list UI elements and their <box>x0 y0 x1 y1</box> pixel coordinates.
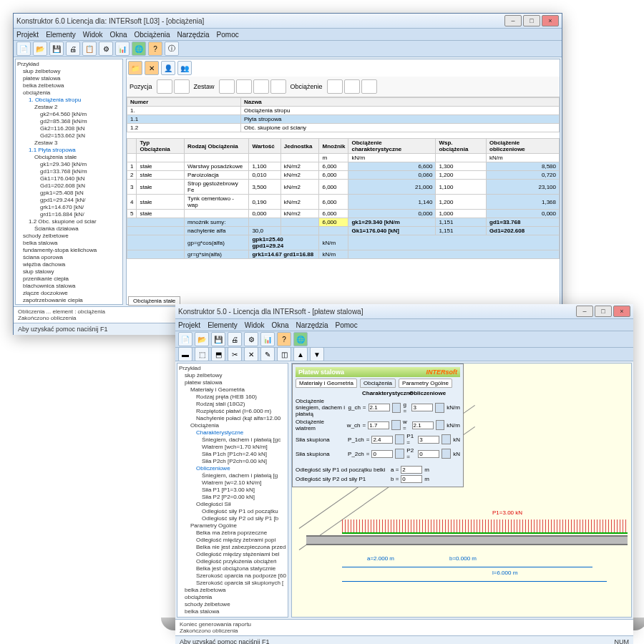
menu-item[interactable]: Narzędzia <box>177 31 210 39</box>
input-g[interactable] <box>411 404 433 411</box>
folder-icon[interactable]: 📁 <box>128 61 142 75</box>
help-icon[interactable]: ? <box>148 42 162 56</box>
menu-item[interactable]: Widok <box>83 31 103 39</box>
tree-panel[interactable]: Przykład słup żelbetowy płatew stalowa M… <box>177 363 288 618</box>
menu-item[interactable]: Projekt <box>16 31 39 39</box>
beam <box>306 535 628 545</box>
globe-icon[interactable]: 🌐 <box>293 332 308 346</box>
sheet-tab[interactable]: Obciążenia stałe <box>128 296 180 305</box>
open-icon[interactable]: 📂 <box>195 332 209 346</box>
close-button[interactable]: × <box>542 15 559 26</box>
tool-icon[interactable]: ⬒ <box>211 347 225 361</box>
positions-table[interactable]: NumerNazwa 1.Obciążenia stropu 1.1Płyta … <box>127 97 560 132</box>
person-icon[interactable]: 👤 <box>161 61 175 75</box>
maximize-button[interactable]: □ <box>523 15 540 26</box>
del-icon[interactable]: ✕ <box>145 61 159 75</box>
tree-panel[interactable]: Przykład słup żelbetowy płatew stalowa b… <box>15 59 123 305</box>
panel-tab[interactable]: Obciążenia <box>360 379 396 388</box>
content-panel: 📁 ✕ 👤 👥 Pozycja Zestaw Obciążenie NumerN… <box>126 59 560 305</box>
toolbar: 📄 📂 💾 🖨 📋 ⚙ 📊 🌐 ? ⓘ <box>14 41 562 57</box>
window-main: Konstruktor 6.0 Licencja dla: INTERsoft … <box>13 13 562 335</box>
toolbox: Pozycja Zestaw Obciążenie <box>127 77 560 97</box>
group-icon[interactable]: 👥 <box>177 61 192 75</box>
menu-item[interactable]: Pomoc <box>217 31 239 39</box>
menu-item[interactable]: Elementy <box>208 321 238 329</box>
close-button[interactable]: × <box>613 306 630 317</box>
tool-icon[interactable]: ◫ <box>277 347 291 361</box>
laptop-frame: Konstruktor 5.0 - Licencja dla INTERsoft… <box>175 304 633 630</box>
save-icon[interactable]: 💾 <box>49 42 64 56</box>
report-icon[interactable]: 📊 <box>115 42 130 56</box>
print-icon[interactable]: 🖨 <box>228 332 242 346</box>
drawing-area[interactable]: P1=3.00 kN a=2.000 m b=0.000 m l=6.000 m… <box>291 363 632 618</box>
tool-icon[interactable]: ✕ <box>244 347 258 361</box>
panel-tab[interactable]: Parametry Ogólne <box>399 379 452 388</box>
tool-icon[interactable]: ▬ <box>178 347 192 361</box>
menu-item[interactable]: Projekt <box>178 321 200 329</box>
globe-icon[interactable]: 🌐 <box>132 42 146 56</box>
open-icon[interactable]: 📂 <box>33 42 47 56</box>
window-secondary: Konstruktor 5.0 - Licencja dla INTERsoft… <box>175 304 633 618</box>
new-icon[interactable]: 📄 <box>16 42 31 56</box>
menu-item[interactable]: Widok <box>245 321 265 329</box>
load-diagram <box>342 519 628 532</box>
panel-tab[interactable]: Materiały i Geometria <box>296 379 357 388</box>
tool-icon[interactable]: ✎ <box>260 347 275 361</box>
loads-panel[interactable]: Płatew stalowaINTERsoft Materiały i Geom… <box>292 364 464 487</box>
titlebar: Konstruktor 6.0 Licencja dla: INTERsoft … <box>14 14 562 29</box>
input-gch[interactable] <box>369 404 390 411</box>
save-icon[interactable]: 💾 <box>211 332 225 346</box>
tool-icon[interactable]: ⬚ <box>195 347 209 361</box>
menubar: Projekt Elementy Widok Okna Obciążenia N… <box>14 29 562 41</box>
window-title: Konstruktor 5.0 - Licencja dla INTERsoft… <box>178 308 576 316</box>
tool-icon[interactable]: ▲ <box>293 347 308 361</box>
menu-item[interactable]: Narzędzia <box>296 321 328 329</box>
menu-item[interactable]: Obciążenia <box>135 31 170 39</box>
print-icon[interactable]: 🖨 <box>66 42 80 56</box>
tool-icon[interactable]: ✂ <box>228 347 242 361</box>
add-icon[interactable] <box>157 79 172 94</box>
calc-icon[interactable]: ⚙ <box>244 332 258 346</box>
menu-item[interactable]: Okna <box>272 321 289 329</box>
tool-icon[interactable]: ▼ <box>310 347 324 361</box>
report-icon[interactable]: 📊 <box>260 332 275 346</box>
minimize-button[interactable]: – <box>576 306 593 317</box>
menu-item[interactable]: Okna <box>110 31 127 39</box>
remove-icon[interactable] <box>174 79 190 94</box>
info-icon[interactable]: ⓘ <box>165 42 179 56</box>
help-icon[interactable]: ? <box>277 332 291 346</box>
minimize-button[interactable]: – <box>504 15 522 26</box>
new-icon[interactable]: 📄 <box>178 332 192 346</box>
copy-icon[interactable]: 📋 <box>82 42 97 56</box>
calc-icon[interactable]: ⚙ <box>99 42 113 56</box>
maximize-button[interactable]: □ <box>595 306 612 317</box>
menu-item[interactable]: Elementy <box>46 31 76 39</box>
loads-table[interactable]: Typ ObciążeniaRodzaj Obciążenia WartośćJ… <box>127 138 560 259</box>
window-title: Konstruktor 6.0 Licencja dla: INTERsoft … <box>16 17 504 25</box>
menu-item[interactable]: Pomoc <box>336 321 358 329</box>
